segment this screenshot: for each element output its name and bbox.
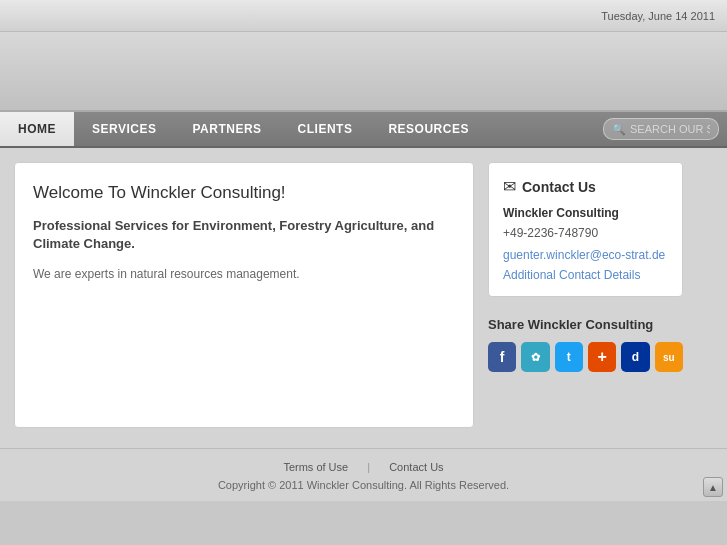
contact-box: ✉ Contact Us Winckler Consulting +49-223…: [488, 162, 683, 297]
search-icon: 🔍: [612, 123, 626, 136]
footer-copyright: Copyright © 2011 Winckler Consulting. Al…: [0, 479, 727, 491]
share-title: Share Winckler Consulting: [488, 317, 683, 332]
contact-company: Winckler Consulting: [503, 206, 668, 220]
share-icons: f ✿ t + d su: [488, 342, 683, 372]
share-twitter-button[interactable]: t: [555, 342, 583, 372]
date-display: Tuesday, June 14 2011: [601, 10, 715, 22]
share-box: Share Winckler Consulting f ✿ t + d su: [488, 311, 683, 378]
share-buzz-button[interactable]: ✿: [521, 342, 549, 372]
nav-item-home[interactable]: HOME: [0, 112, 74, 146]
contact-header: ✉ Contact Us: [503, 177, 668, 196]
envelope-icon: ✉: [503, 177, 516, 196]
share-delicious-button[interactable]: d: [621, 342, 649, 372]
nav-items: HOME SERVICES PARTNERS CLIENTS RESOURCES: [0, 112, 603, 146]
share-googleplus-button[interactable]: +: [588, 342, 616, 372]
search-input[interactable]: [630, 123, 710, 135]
welcome-title: Welcome To Winckler Consulting!: [33, 183, 455, 203]
welcome-box: Welcome To Winckler Consulting! Professi…: [14, 162, 474, 428]
contact-email-link[interactable]: guenter.winckler@eco-strat.de: [503, 248, 668, 262]
contact-more-link[interactable]: Additional Contact Details: [503, 268, 668, 282]
right-sidebar: ✉ Contact Us Winckler Consulting +49-223…: [488, 162, 683, 428]
header-area: [0, 32, 727, 112]
nav-item-partners[interactable]: PARTNERS: [174, 112, 279, 146]
nav-item-resources[interactable]: RESOURCES: [370, 112, 487, 146]
footer-terms-link[interactable]: Terms of Use: [283, 461, 348, 473]
footer-links: Terms of Use | Contact Us: [0, 461, 727, 473]
contact-title: Contact Us: [522, 179, 596, 195]
welcome-subtitle: Professional Services for Environment, F…: [33, 217, 455, 253]
nav-bar: HOME SERVICES PARTNERS CLIENTS RESOURCES…: [0, 112, 727, 148]
top-bar: Tuesday, June 14 2011: [0, 0, 727, 32]
main-content: Welcome To Winckler Consulting! Professi…: [0, 148, 727, 448]
nav-item-clients[interactable]: CLIENTS: [280, 112, 371, 146]
nav-item-services[interactable]: SERVICES: [74, 112, 174, 146]
share-stumbleupon-button[interactable]: su: [655, 342, 683, 372]
footer: Terms of Use | Contact Us Copyright © 20…: [0, 448, 727, 501]
search-bar[interactable]: 🔍: [603, 118, 719, 140]
scroll-top-button[interactable]: ▲: [703, 477, 723, 497]
footer-contact-link[interactable]: Contact Us: [389, 461, 443, 473]
contact-phone: +49-2236-748790: [503, 226, 668, 240]
page-wrapper: Tuesday, June 14 2011 HOME SERVICES PART…: [0, 0, 727, 501]
share-facebook-button[interactable]: f: [488, 342, 516, 372]
welcome-description: We are experts in natural resources mana…: [33, 265, 455, 283]
